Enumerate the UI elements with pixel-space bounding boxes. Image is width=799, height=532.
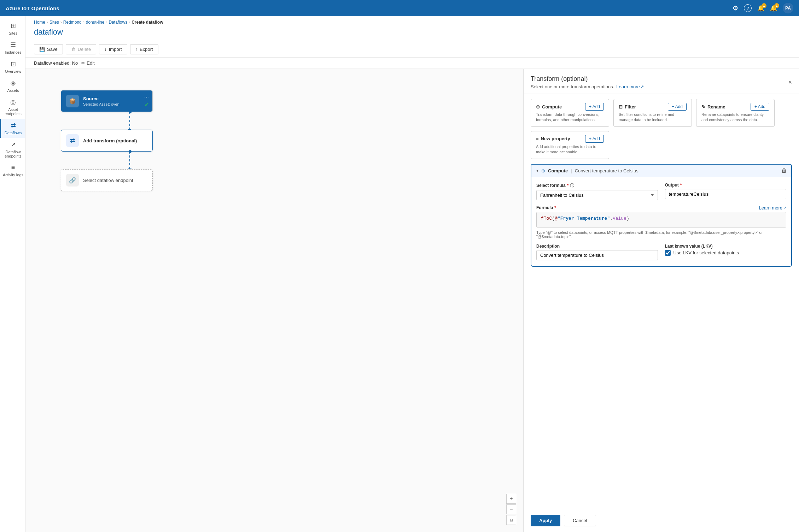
panel-header-left: Transform (optional) Select one or more … bbox=[531, 75, 644, 89]
op-card-compute: ⊕ Compute + Add Transform data through c… bbox=[531, 99, 609, 127]
canvas-area: 📦 Source Selected Asset: oven ··· ✔ bbox=[25, 69, 799, 532]
user-avatar[interactable]: PA bbox=[783, 3, 793, 13]
op-cards: ⊕ Compute + Add Transform data through c… bbox=[524, 94, 799, 164]
panel-scroll[interactable]: ⊕ Compute + Add Transform data through c… bbox=[524, 94, 799, 509]
compute-section-op-icon: ⊕ bbox=[541, 168, 545, 173]
op-card-filter-title: ⊟ Filter bbox=[619, 104, 636, 110]
page-title: dataflow bbox=[34, 28, 791, 37]
panel-subtitle-text: Select one or more transform operations. bbox=[531, 84, 614, 89]
rename-add-button[interactable]: + Add bbox=[751, 103, 769, 111]
zoom-in-button[interactable]: + bbox=[506, 494, 516, 504]
lkv-checkbox[interactable] bbox=[665, 250, 671, 256]
top-nav: Azure IoT Operations ⚙ ? 🔔 1 🔔 1 PA bbox=[0, 0, 799, 16]
select-formula-input[interactable]: Fahrenheit to Celsius bbox=[536, 190, 658, 200]
compute-section-title: Compute bbox=[548, 168, 568, 173]
op-card-new-property-header: ≡ New property + Add bbox=[536, 135, 604, 143]
compute-add-button[interactable]: + Add bbox=[585, 103, 604, 111]
flow-canvas: 📦 Source Selected Asset: oven ··· ✔ bbox=[25, 69, 523, 532]
import-icon: ↓ bbox=[104, 47, 107, 52]
formula-learn-more-link[interactable]: Learn more ↗ bbox=[759, 205, 786, 211]
op-card-new-property-desc: Add additional properties to data to mak… bbox=[536, 144, 604, 155]
formula-box[interactable]: fToC(@"Fryer Temperature".Value) bbox=[536, 212, 786, 227]
sidebar-item-dataflow-endpoints[interactable]: ↗ Dataflow endpoints bbox=[0, 138, 25, 161]
op-card-filter-header: ⊟ Filter + Add bbox=[619, 103, 687, 111]
new-property-add-button[interactable]: + Add bbox=[585, 135, 604, 143]
sidebar-item-instances[interactable]: ☰ Instances bbox=[0, 38, 25, 57]
formula-hint: Type "@" to select datapoints, or access… bbox=[536, 230, 786, 239]
panel-close-button[interactable]: × bbox=[788, 79, 792, 86]
select-formula-group: Select formula * ⓘ Fahrenheit to Celsius bbox=[536, 183, 658, 200]
zoom-out-button[interactable]: − bbox=[506, 504, 516, 514]
transform-node[interactable]: ⇄ Add transform (optional) bbox=[61, 130, 153, 152]
sidebar-item-label-assets: Assets bbox=[7, 88, 19, 93]
sidebar-item-sites[interactable]: ⊞ Sites bbox=[0, 19, 25, 38]
dataflow-endpoints-icon: ↗ bbox=[11, 141, 16, 148]
op-card-rename-header: ✎ Rename + Add bbox=[701, 103, 769, 111]
compute-icon: ⊕ bbox=[536, 104, 540, 110]
formula-string-val: "Fryer Temperature" bbox=[558, 216, 610, 221]
toolbar: 💾 Save 🗑 Delete ↓ Import ↑ Export bbox=[25, 41, 799, 58]
sidebar-item-dataflows[interactable]: ⇄ Dataflows bbox=[0, 119, 25, 138]
source-node-icon: 📦 bbox=[66, 95, 79, 107]
sidebar-item-assets[interactable]: ◈ Assets bbox=[0, 76, 25, 95]
description-label: Description bbox=[536, 244, 658, 249]
external-link-icon: ↗ bbox=[641, 84, 644, 89]
breadcrumb-sites[interactable]: Sites bbox=[49, 20, 59, 25]
sidebar-item-overview[interactable]: ⊡ Overview bbox=[0, 57, 25, 76]
op-card-new-property: ≡ New property + Add Add additional prop… bbox=[531, 131, 609, 159]
op-card-rename-desc: Rename datapoints to ensure clarity and … bbox=[701, 112, 769, 123]
breadcrumb-dataflows[interactable]: Dataflows bbox=[109, 20, 127, 25]
formula-required: * bbox=[554, 205, 556, 210]
settings-icon[interactable]: ⚙ bbox=[733, 4, 738, 12]
sidebar-item-activity-logs[interactable]: ≡ Activity logs bbox=[0, 161, 25, 180]
delete-button[interactable]: 🗑 Delete bbox=[66, 44, 97, 54]
import-button[interactable]: ↓ Import bbox=[99, 44, 127, 54]
breadcrumb-redmond[interactable]: Redmond bbox=[63, 20, 82, 25]
source-node-more[interactable]: ··· bbox=[144, 94, 149, 100]
export-button[interactable]: ↑ Export bbox=[130, 44, 158, 54]
output-input[interactable] bbox=[665, 189, 787, 199]
lkv-checkbox-row: Use LKV for selected datapoints bbox=[665, 250, 787, 256]
panel-learn-more-label: Learn more bbox=[616, 84, 640, 89]
edit-button[interactable]: ✏ Edit bbox=[81, 60, 94, 66]
zoom-fit-button[interactable]: ⊡ bbox=[506, 515, 516, 525]
transform-node-icon: ⇄ bbox=[66, 134, 79, 147]
notification1-icon[interactable]: 🔔 1 bbox=[757, 5, 764, 12]
source-node-sublabel: Selected Asset: oven bbox=[83, 102, 119, 106]
rename-icon: ✎ bbox=[701, 104, 705, 110]
edit-icon: ✏ bbox=[81, 60, 85, 66]
compute-section-sep: | bbox=[571, 168, 572, 173]
overview-icon: ⊡ bbox=[11, 60, 16, 68]
endpoint-node-label: Select dataflow endpoint bbox=[83, 178, 133, 183]
dataflows-icon: ⇄ bbox=[11, 122, 16, 129]
op-card-compute-title: ⊕ Compute bbox=[536, 104, 562, 110]
description-input[interactable] bbox=[536, 250, 658, 260]
notification2-icon[interactable]: 🔔 1 bbox=[770, 5, 777, 12]
sidebar: ⊞ Sites ☰ Instances ⊡ Overview ◈ Assets … bbox=[0, 16, 25, 532]
sidebar-item-label-instances: Instances bbox=[5, 50, 21, 54]
zoom-controls: + − ⊡ bbox=[506, 494, 516, 525]
breadcrumb-home[interactable]: Home bbox=[34, 20, 45, 25]
save-button[interactable]: 💾 Save bbox=[34, 44, 63, 54]
endpoint-node[interactable]: 🔗 Select dataflow endpoint bbox=[61, 169, 153, 191]
source-node[interactable]: 📦 Source Selected Asset: oven ··· ✔ bbox=[61, 90, 153, 112]
cancel-button[interactable]: Cancel bbox=[564, 515, 596, 526]
sidebar-item-asset-endpoints[interactable]: ◎ Asset endpoints bbox=[0, 95, 25, 119]
transform-node-info: Add transform (optional) bbox=[83, 138, 137, 143]
breadcrumb-donut-line[interactable]: donut-line bbox=[86, 20, 105, 25]
output-label: Output * bbox=[665, 183, 787, 188]
transform-panel: Transform (optional) Select one or more … bbox=[523, 69, 799, 532]
compute-chevron-icon[interactable]: ▾ bbox=[536, 168, 538, 173]
instances-icon: ☰ bbox=[10, 41, 16, 49]
compute-section: ▾ ⊕ Compute | Convert temperature to Cel… bbox=[531, 164, 792, 267]
apply-button[interactable]: Apply bbox=[531, 515, 560, 526]
help-icon[interactable]: ? bbox=[744, 4, 752, 12]
panel-learn-more-link[interactable]: Learn more ↗ bbox=[616, 84, 643, 89]
filter-add-button[interactable]: + Add bbox=[668, 103, 687, 111]
breadcrumb-current: Create dataflow bbox=[132, 20, 163, 25]
sidebar-item-label-sites: Sites bbox=[9, 31, 17, 35]
compute-section-delete-button[interactable]: 🗑 bbox=[781, 167, 787, 174]
output-group: Output * bbox=[665, 183, 787, 200]
import-label: Import bbox=[109, 47, 122, 52]
compute-section-header: ▾ ⊕ Compute | Convert temperature to Cel… bbox=[531, 165, 791, 177]
